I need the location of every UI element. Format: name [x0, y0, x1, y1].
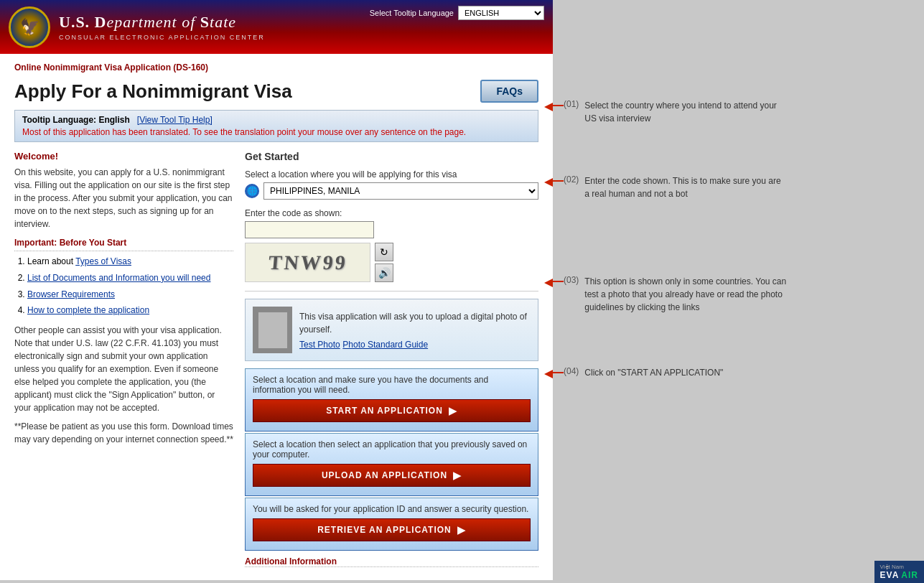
- photo-text: This visa application will ask you to up…: [299, 310, 531, 336]
- left-column: Welcome! On this website, you can apply …: [14, 151, 233, 572]
- pointer-arrow-01: [544, 103, 553, 111]
- divider-line: [14, 251, 233, 251]
- location-select[interactable]: PHILIPPINES, MANILA: [263, 182, 538, 200]
- documents-link[interactable]: List of Documents and Information you wi…: [27, 273, 210, 283]
- tooltip-language-selector[interactable]: Select Tooltip Language ENGLISH: [370, 6, 544, 20]
- annotation-01: (01) Select the country where you intend…: [564, 99, 777, 125]
- annotation-number: (04): [564, 366, 579, 376]
- globe-icon: 🌐: [245, 184, 259, 198]
- action3-desc: You will be asked for your application I…: [253, 504, 531, 514]
- start-application-button[interactable]: START AN APPLICATION ▶: [253, 399, 531, 422]
- arrow-04: [553, 372, 564, 373]
- eva-name: EVA: [880, 570, 900, 580]
- eva-country: Việt Nam: [880, 564, 918, 570]
- list-item: List of Documents and Information you wi…: [27, 272, 233, 284]
- page-title-row: Apply For a Nonimmigrant Visa FAQs: [14, 80, 538, 103]
- annotation-04: (04) Click on "START AN APPLICATION": [564, 366, 723, 379]
- content-area: Online Nonimmigrant Visa Application (DS…: [0, 54, 553, 580]
- captcha-image-row: TNW99 ↻ 🔊: [245, 243, 538, 282]
- test-photo-link[interactable]: Test Photo: [299, 340, 340, 350]
- action-block-3: You will be asked for your application I…: [246, 498, 538, 550]
- annotation-panel: (01) Select the country where you intend…: [553, 54, 924, 580]
- photo-placeholder-inner: [258, 312, 287, 348]
- welcome-title: Welcome!: [14, 151, 233, 162]
- annotation-text: Select the country where you intend to a…: [584, 99, 777, 125]
- captcha-input[interactable]: [245, 221, 374, 238]
- annotation-03: (03) This option is shown only in some c…: [564, 275, 786, 314]
- action2-desc: Select a location then select an applica…: [253, 439, 531, 460]
- tooltip-language-select[interactable]: ENGLISH: [458, 6, 544, 20]
- welcome-body: On this website, you can apply for a U.S…: [14, 166, 233, 230]
- annotation-text: Click on "START AN APPLICATION": [584, 366, 723, 379]
- photo-section: This visa application will ask you to up…: [245, 299, 538, 361]
- arrow-01: [553, 105, 564, 106]
- view-tooltip-help-link[interactable]: [View Tool Tip Help]: [137, 115, 213, 125]
- action-block-1: Select a location and make sure you have…: [246, 369, 538, 431]
- annotation-text: This option is shown only in some countr…: [584, 275, 786, 314]
- section-divider: [245, 291, 538, 292]
- before-you-start-list: Learn about Types of Visas List of Docum…: [14, 256, 233, 317]
- photo-standard-guide-link[interactable]: Photo Standard Guide: [342, 340, 428, 350]
- captcha-section: Enter the code as shown: TNW99 ↻ 🔊: [245, 208, 538, 282]
- list-item: How to complete the application: [27, 304, 233, 317]
- arrow-icon: ▶: [449, 405, 457, 416]
- annotation-number: (03): [564, 275, 579, 285]
- how-to-complete-link[interactable]: How to complete the application: [27, 305, 149, 315]
- captcha-label: Enter the code as shown:: [245, 208, 538, 218]
- additional-information-title: Additional Information: [245, 556, 538, 566]
- pointer-arrow-02: [544, 178, 553, 187]
- captcha-image: TNW99: [245, 243, 370, 282]
- action-section-1: Select a location and make sure you have…: [245, 368, 538, 432]
- page-title: Apply For a Nonimmigrant Visa: [14, 80, 292, 103]
- tooltip-bar-line2: Most of this application has been transl…: [22, 127, 531, 137]
- arrow-icon: ▶: [453, 470, 462, 481]
- arrow-icon: ▶: [457, 524, 466, 536]
- photo-placeholder: [253, 307, 292, 353]
- upload-application-button[interactable]: UPLOAD AN APPLICATION ▶: [253, 464, 531, 487]
- tooltip-language-label: Select Tooltip Language: [370, 9, 454, 17]
- photo-links: Test Photo Photo Standard Guide: [299, 339, 531, 350]
- captcha-buttons: ↻ 🔊: [375, 243, 393, 282]
- captcha-text: TNW99: [267, 251, 348, 274]
- annotation-number: (02): [564, 174, 579, 185]
- pointer-arrow-03: [544, 279, 553, 287]
- annotation-number: (01): [564, 99, 579, 109]
- get-started-title: Get Started: [245, 151, 538, 162]
- location-row: 🌐 PHILIPPINES, MANILA: [245, 182, 538, 200]
- action-block-2: Select a location then select an applica…: [246, 434, 538, 495]
- other-people-text: Other people can assist you with your vi…: [14, 324, 233, 446]
- location-label: Select a location where you will be appl…: [245, 169, 538, 179]
- faq-button[interactable]: FAQs: [480, 80, 538, 103]
- additional-divider: [245, 566, 538, 567]
- pointer-arrow-04: [544, 370, 553, 378]
- types-of-visas-link[interactable]: Types of Visas: [75, 256, 131, 266]
- retrieve-application-button[interactable]: RETRIEVE AN APPLICATION ▶: [253, 518, 531, 541]
- captcha-refresh-button[interactable]: ↻: [375, 243, 393, 261]
- action1-desc: Select a location and make sure you have…: [253, 375, 531, 395]
- important-title: Important: Before You Start: [14, 238, 233, 248]
- annotation-text: Enter the code shown. This is to make su…: [584, 174, 780, 200]
- tooltip-bar-line1: Tooltip Language: English [View Tool Tip…: [22, 115, 531, 125]
- right-column: Get Started Select a location where you …: [245, 151, 538, 572]
- arrow-02: [553, 180, 564, 182]
- two-column-layout: Welcome! On this website, you can apply …: [14, 151, 538, 572]
- breadcrumb: Online Nonimmigrant Visa Application (DS…: [14, 62, 538, 73]
- action-section-3: You will be asked for your application I…: [245, 498, 538, 551]
- list-item: Learn about Types of Visas: [27, 256, 233, 268]
- action-section-2: Select a location then select an applica…: [245, 433, 538, 496]
- eva-air-logo: Việt Nam EVA AIR: [874, 561, 924, 583]
- annotation-02: (02) Enter the code shown. This is to ma…: [564, 174, 781, 200]
- department-name: U.S. Department of State CONSULAR ELECTR…: [59, 13, 265, 40]
- tooltip-bar: Tooltip Language: English [View Tool Tip…: [14, 110, 538, 142]
- us-seal: 🦅: [9, 6, 50, 48]
- browser-requirements-link[interactable]: Browser Requirements: [27, 289, 115, 299]
- eva-air: AIR: [901, 570, 918, 580]
- photo-content: This visa application will ask you to up…: [299, 310, 531, 350]
- list-item: Browser Requirements: [27, 289, 233, 301]
- page-header: 🦅 U.S. Department of State CONSULAR ELEC…: [0, 0, 553, 54]
- arrow-03: [553, 281, 564, 282]
- captcha-audio-button[interactable]: 🔊: [375, 263, 393, 282]
